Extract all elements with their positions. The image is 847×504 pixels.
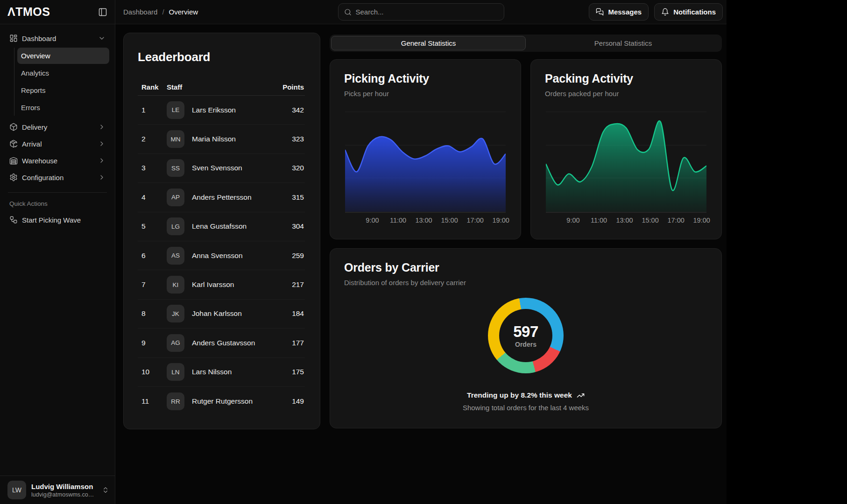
table-row: 5LGLena Gustafsson304 [138,212,305,241]
carrier-donut-center: 597 Orders [499,309,552,362]
staff-cell: LELars Eriksson [167,101,292,119]
orders-by-carrier-card: Orders by Carrier Distribution of orders… [330,248,722,428]
subnav-label: Reports [21,86,46,94]
messages-label: Messages [608,8,642,16]
start-picking-wave-button[interactable]: Start Picking Wave [6,211,109,228]
staff-cell: SSSven Svensson [167,159,292,177]
breadcrumb-parent[interactable]: Dashboard [123,8,157,16]
packing-title: Packing Activity [545,72,707,85]
staff-avatar: AP [167,189,184,206]
sidebar-item-label: Arrival [22,140,42,148]
staff-name: Anna Svensson [192,252,243,260]
search-box [338,3,504,21]
x-tick-label: 19:00 [493,217,509,224]
sidebar-item-analytics[interactable]: Analytics [17,65,109,81]
layout-dashboard-icon [9,34,18,42]
breadcrumb: Dashboard / Overview [123,8,198,16]
table-row: 2MNMaria Nilsson323 [138,125,305,154]
staff-avatar: MN [167,130,184,148]
notifications-button[interactable]: Notifications [654,3,723,21]
staff-avatar: LE [167,101,184,119]
packing-area-chart [546,107,706,213]
x-tick-label: 11:00 [591,217,607,224]
user-menu[interactable]: LW Ludvig Williamson ludvig@atmoswms.co… [0,476,115,504]
main-area: Dashboard / Overview Messages Notificati… [115,0,727,504]
staff-name: Lars Eriksson [192,106,236,114]
sidebar-item-arrival[interactable]: Arrival [6,135,109,152]
sidebar-item-reports[interactable]: Reports [17,82,109,98]
sidebar-item-dashboard[interactable]: Dashboard [6,30,109,47]
tab-personal-statistics[interactable]: Personal Statistics [526,36,720,50]
breadcrumb-current: Overview [169,8,198,16]
sidebar-item-configuration[interactable]: Configuration [6,169,109,186]
packing-x-axis: 9:0011:0013:0015:0017:0019:00 [546,217,706,227]
chevrons-up-down-icon [102,486,109,494]
sidebar-item-delivery[interactable]: Delivery [6,119,109,135]
avatar: LW [7,481,26,499]
picking-chart: 9:0011:0013:0015:0017:0019:00 [344,104,507,227]
staff-avatar: LN [167,363,184,381]
messages-button[interactable]: Messages [589,3,649,21]
staff-name: Johan Karlsson [192,309,242,318]
notifications-label: Notifications [673,8,716,16]
sidebar-toggle-button[interactable] [98,7,107,17]
chevron-right-icon [98,123,106,131]
points-cell: 342 [292,106,304,114]
sidebar-item-label: Configuration [22,174,64,182]
rank-cell: 9 [141,339,167,347]
rank-cell: 2 [141,135,167,143]
search-input[interactable] [356,8,498,16]
trending-up-icon [577,392,585,399]
sidebar-item-overview[interactable]: Overview [17,48,109,64]
staff-cell: ASAnna Svensson [167,247,292,265]
rank-cell: 6 [141,252,167,260]
table-row: 3SSSven Svensson320 [138,154,305,183]
gear-icon [9,173,18,182]
user-meta: Ludvig Williamson ludvig@atmoswms.co… [31,483,97,498]
user-email: ludvig@atmoswms.co… [31,491,97,498]
charts-row: Picking Activity Picks per hour [330,59,722,239]
picking-subtitle: Picks per hour [344,90,507,98]
quick-action-label: Start Picking Wave [22,216,81,224]
staff-cell: MNMaria Nilsson [167,130,292,148]
sidebar-item-warehouse[interactable]: Warehouse [6,152,109,169]
sidebar-item-errors[interactable]: Errors [17,99,109,116]
staff-avatar: SS [167,159,184,177]
staff-name: Karl Ivarsson [192,280,234,289]
package-check-icon [9,140,18,148]
staff-name: Anders Pettersson [192,193,252,202]
points-cell: 320 [292,164,304,172]
points-cell: 184 [292,309,304,318]
rank-cell: 1 [141,106,167,114]
carriers-title: Orders by Carrier [344,261,707,274]
rank-cell: 5 [141,222,167,231]
staff-cell: AGAnders Gustavsson [167,334,292,352]
staff-avatar: AS [167,247,184,265]
column-header-points: Points [282,83,304,91]
x-tick-label: 11:00 [390,217,406,224]
search-icon [344,8,352,16]
messages-icon [596,8,604,16]
leaderboard-card: Leaderboard Rank Staff Points 1LELars Er… [123,33,320,429]
user-name: Ludvig Williamson [31,483,97,490]
rank-cell: 4 [141,193,167,202]
leaderboard-header-row: Rank Staff Points [138,78,305,96]
table-row: 7KIKarl Ivarsson217 [138,270,305,299]
subnav-label: Analytics [21,69,49,77]
points-cell: 323 [292,135,304,143]
table-row: 6ASAnna Svensson259 [138,241,305,270]
picking-x-axis: 9:0011:0013:0015:0017:0019:00 [345,217,506,227]
breadcrumb-separator: / [162,8,164,16]
x-tick-label: 15:00 [642,217,658,224]
app-logo: ΛTMOS [7,5,50,19]
chevron-down-icon [98,35,106,42]
tab-general-statistics[interactable]: General Statistics [331,36,526,50]
sidebar: ΛTMOS Dashboard Overview Analytics Repor… [0,0,115,504]
staff-name: Sven Svensson [192,164,242,172]
picking-title: Picking Activity [344,72,507,85]
table-row: 4APAnders Pettersson315 [138,183,305,212]
package-icon [9,123,18,131]
orders-total-label: Orders [515,341,536,348]
x-tick-label: 15:00 [441,217,458,224]
orders-total: 597 [513,323,538,341]
